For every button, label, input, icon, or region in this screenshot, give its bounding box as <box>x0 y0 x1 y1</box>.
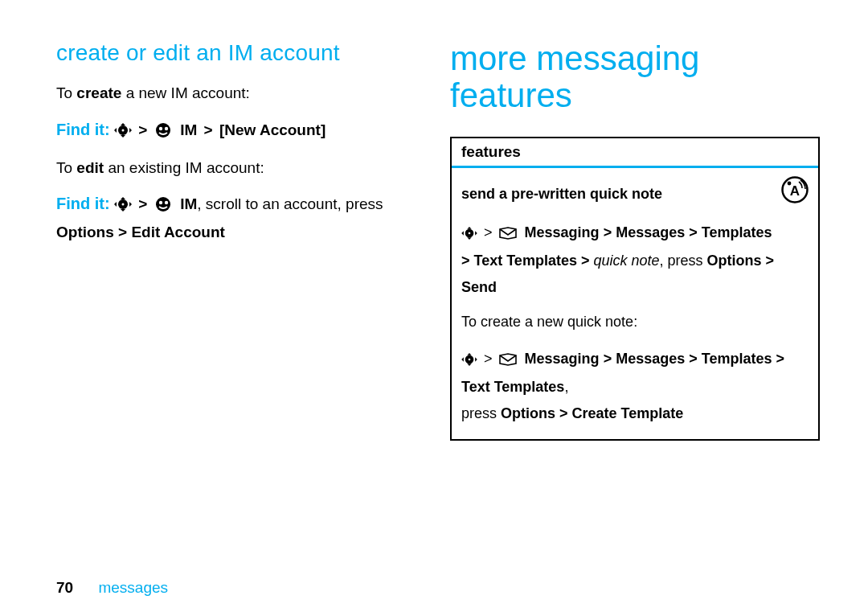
feature-title: send a pre-written quick note <box>461 182 662 207</box>
svg-point-32 <box>469 358 471 360</box>
table-cell: send a pre-written quick note A > Messag… <box>452 168 818 439</box>
svg-marker-31 <box>475 357 477 361</box>
svg-marker-29 <box>467 363 471 366</box>
separator: > <box>481 351 495 367</box>
text: an existing IM account: <box>104 159 264 176</box>
svg-point-5 <box>121 129 124 131</box>
page-footer: 70 messages <box>56 579 168 597</box>
section-label: messages <box>98 579 168 596</box>
im-label: IM <box>176 195 197 212</box>
svg-point-15 <box>156 197 170 211</box>
svg-text:A: A <box>790 183 800 199</box>
svg-point-14 <box>121 203 124 206</box>
heading-more-messaging: more messaging features <box>450 40 820 114</box>
svg-marker-22 <box>467 227 471 229</box>
svg-marker-4 <box>129 128 132 133</box>
text: a new IM account: <box>121 84 249 101</box>
im-icon <box>154 195 172 220</box>
nav-key-icon <box>461 348 477 374</box>
options-edit-path: Options > Edit Account <box>56 224 225 240</box>
find-it-label: Find it: <box>56 121 110 138</box>
feature-title-row: send a pre-written quick note A <box>461 176 809 211</box>
text: Messaging > Messages > Templates <box>521 224 772 240</box>
create-note-intro: To create a new quick note: <box>461 310 809 335</box>
svg-marker-11 <box>121 209 125 211</box>
options-create-path: Options > Create Template <box>501 405 683 421</box>
svg-point-26 <box>469 232 471 235</box>
find-it-create: Find it: > IM > [New Account] <box>56 117 402 146</box>
svg-marker-10 <box>121 197 125 199</box>
im-label: IM <box>176 121 197 138</box>
separator: > <box>136 195 149 212</box>
svg-marker-30 <box>461 357 464 361</box>
nav-key-icon <box>461 222 477 248</box>
svg-point-20 <box>788 182 792 186</box>
separator: > <box>136 121 149 138</box>
text: , <box>564 379 568 395</box>
svg-point-16 <box>158 201 162 204</box>
svg-marker-2 <box>121 135 125 138</box>
nav-key-icon <box>114 195 132 219</box>
heading-create-edit-im: create or edit an IM account <box>56 40 402 66</box>
text: press <box>461 405 501 421</box>
messaging-icon <box>499 222 517 248</box>
svg-point-8 <box>164 126 167 129</box>
svg-point-7 <box>158 126 162 129</box>
text: , scroll to an account, press <box>197 195 383 212</box>
svg-marker-24 <box>461 231 464 235</box>
left-column: create or edit an IM account To create a… <box>56 40 402 441</box>
new-account-label: [New Account] <box>219 121 326 138</box>
separator: > <box>202 121 215 138</box>
edit-intro: To edit an existing IM account: <box>56 157 402 180</box>
page-number: 70 <box>56 579 73 596</box>
right-column: more messaging features features send a … <box>450 40 820 441</box>
find-it-label: Find it: <box>56 195 110 212</box>
features-table: features send a pre-written quick note A… <box>450 137 820 441</box>
text: > Text Templates > <box>461 253 593 269</box>
table-header: features <box>452 138 818 168</box>
text-italic: quick note <box>593 253 659 269</box>
svg-marker-3 <box>114 128 117 133</box>
svg-marker-1 <box>121 123 125 125</box>
svg-marker-23 <box>467 237 471 240</box>
separator: > <box>481 224 495 240</box>
text-bold: create <box>76 84 121 101</box>
messaging-icon <box>499 348 517 374</box>
svg-marker-12 <box>114 202 117 207</box>
svg-point-6 <box>156 123 170 138</box>
svg-point-17 <box>164 201 167 204</box>
path-create-template: > Messaging > Messages > Templates > Tex… <box>461 346 809 426</box>
network-feature-icon: A <box>781 176 809 211</box>
svg-marker-25 <box>475 231 477 235</box>
find-it-edit: Find it: > IM, scroll to an account, pre… <box>56 191 402 244</box>
svg-marker-13 <box>129 202 132 207</box>
create-intro: To create a new IM account: <box>56 82 402 105</box>
im-icon <box>154 121 172 146</box>
svg-marker-28 <box>467 353 471 355</box>
text: To <box>56 84 76 101</box>
nav-key-icon <box>114 121 132 145</box>
text-bold: edit <box>76 159 104 176</box>
text: , press <box>660 253 707 269</box>
path-send-quicknote: > Messaging > Messages > Templates > Tex… <box>461 220 809 300</box>
text: To <box>56 159 76 176</box>
